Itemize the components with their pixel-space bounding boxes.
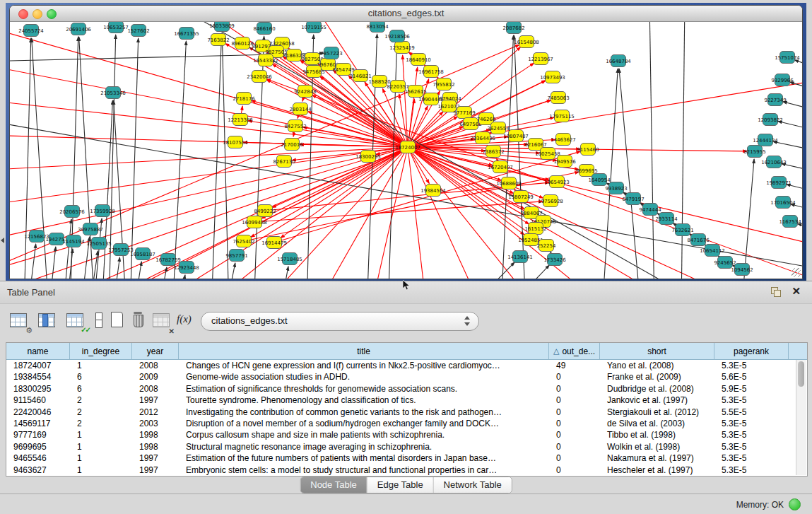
graph-node[interactable]: 16671355 [174, 28, 199, 40]
graph-node[interactable]: 7485063 [547, 92, 569, 104]
column-header-indegree[interactable]: in_degree [70, 343, 132, 359]
table-row[interactable]: 1872400712008Changes of HCN gene express… [6, 360, 807, 371]
graph-node[interactable]: 30975887 [78, 223, 103, 235]
table-row[interactable]: 946362711997Embryonic stem cells: a mode… [6, 465, 807, 476]
table-cell[interactable]: 5.3E-5 [714, 395, 789, 406]
table-cell[interactable]: Stergiakouli et al. (2012) [600, 407, 714, 418]
table-cell[interactable]: 9777169 [6, 429, 70, 440]
graph-node[interactable]: 9329966 [771, 74, 794, 86]
table-cell[interactable]: 9115460 [6, 395, 70, 406]
graph-node[interactable]: 19654923 [544, 176, 570, 188]
table-cell[interactable]: 2 [70, 418, 132, 429]
graph-node[interactable]: 1527602 [127, 25, 149, 37]
graph-node[interactable]: 16033809 [209, 22, 235, 32]
table-cell[interactable]: 0 [549, 429, 600, 440]
graph-node[interactable]: 12213967 [528, 53, 553, 65]
table-cell[interactable]: 6 [70, 371, 132, 382]
table-cell[interactable]: 9699695 [6, 441, 70, 452]
resize-grip-icon[interactable] [792, 268, 801, 277]
table-cell[interactable]: 0 [549, 395, 600, 406]
table-cell[interactable]: 2 [70, 395, 132, 406]
tab-edge-table[interactable]: Edge Table [367, 477, 434, 493]
graph-node[interactable]: 18107554 [223, 136, 248, 148]
graph-node[interactable]: 1167534 [779, 216, 801, 228]
table-cell[interactable]: 2 [70, 407, 132, 418]
column-header-pagerank[interactable]: pagerank [714, 343, 789, 359]
table-cell[interactable]: 5.6E-5 [714, 371, 789, 382]
graph-node[interactable]: 1733426 [543, 254, 566, 266]
table-cell[interactable]: 18724007 [6, 360, 70, 371]
graph-node[interactable]: 2087682 [502, 22, 524, 34]
table-cell[interactable]: 1 [70, 441, 132, 452]
graph-node[interactable]: 16958187 [130, 248, 155, 260]
table-cell[interactable]: 0 [549, 371, 600, 382]
table-cell[interactable]: 1998 [132, 429, 179, 440]
graph-node[interactable]: 16210643 [761, 156, 787, 168]
table-cell[interactable]: Nakamura et al. (1997) [600, 452, 714, 464]
table-row[interactable]: 2242004622012Investigating the contribut… [6, 407, 807, 418]
graph-node[interactable]: 7857223 [320, 47, 342, 59]
graph-node[interactable]: 10719155 [301, 22, 326, 33]
graph-node[interactable]: 16154808 [514, 36, 539, 48]
table-cell[interactable]: 5.3E-5 [714, 465, 789, 476]
table-cell[interactable]: Investigating the contribution of common… [179, 407, 549, 418]
table-row[interactable]: 977716911998Corpus callosum shape and si… [6, 429, 807, 440]
network-canvas[interactable]: 1872400718300295193845547163822896012889… [10, 22, 802, 279]
table-cell[interactable]: 2012 [132, 407, 179, 418]
table-cell[interactable]: 5.3E-5 [714, 441, 789, 452]
graph-node[interactable]: 12444134 [753, 134, 778, 146]
table-row[interactable]: 1830029562008Estimation of significance … [6, 383, 807, 395]
table-row[interactable]: 1938455462009Genome-wide association stu… [6, 371, 807, 382]
table-row[interactable]: 969969511998Structural magnetic resonanc… [6, 441, 807, 452]
table-cell[interactable]: 18300295 [6, 383, 70, 395]
table-cell[interactable]: Wolkin et al. (1998) [600, 441, 714, 452]
column-header-name[interactable]: name [6, 343, 70, 359]
table-cell[interactable]: 49 [549, 360, 600, 371]
panel-collapse-arrow-icon[interactable] [1, 238, 4, 243]
graph-node[interactable]: 17975115 [549, 110, 575, 122]
table-cell[interactable]: Estimation of significance thresholds fo… [179, 383, 549, 395]
table-cell[interactable]: 0 [549, 418, 600, 429]
table-cell[interactable]: 22420046 [6, 407, 70, 418]
table-row[interactable]: 946554611997Estimation of the future num… [6, 452, 807, 464]
graph-node[interactable]: 8813054 [366, 22, 389, 33]
graph-node[interactable]: 14136141 [507, 251, 533, 263]
graph-node[interactable]: 16961758 [418, 66, 444, 78]
table-cell[interactable]: 1 [70, 465, 132, 476]
table-cell[interactable]: 1 [70, 452, 132, 464]
table-row[interactable]: 911546021997Tourette syndrome. Phenomeno… [6, 395, 807, 406]
column-header-year[interactable]: year [132, 343, 179, 359]
table-cell[interactable]: 14569117 [6, 418, 70, 429]
table-cell[interactable]: 2008 [132, 383, 179, 395]
table-cell[interactable]: 0 [549, 441, 600, 452]
table-cell[interactable]: de Silva et al. (2003) [600, 418, 714, 429]
float-panel-icon[interactable] [771, 287, 781, 297]
table-cell[interactable]: Tibbo et al. (1998) [600, 429, 714, 440]
table-cell[interactable]: 5.5E-5 [714, 407, 789, 418]
graph-node[interactable]: 10807487 [503, 130, 529, 142]
graph-node[interactable]: 8471676 [687, 234, 710, 246]
graph-node[interactable]: 8466160 [253, 23, 275, 35]
graph-node[interactable]: 12093822 [758, 114, 783, 126]
tab-node-table[interactable]: Node Table [300, 477, 367, 493]
graph-node[interactable]: 19218506 [384, 30, 410, 42]
column-header-outde[interactable]: △out_de... [549, 343, 600, 359]
graph-node[interactable]: 19384554 [420, 185, 446, 197]
table-cell[interactable]: 5.9E-5 [714, 383, 789, 395]
table-cell[interactable]: Disruption of a novel member of a sodium… [179, 418, 549, 429]
table-cell[interactable]: 5.3E-5 [714, 452, 789, 464]
table-cell[interactable]: 1 [70, 360, 132, 371]
table-cell[interactable]: 2009 [132, 371, 179, 382]
table-cell[interactable]: 1 [70, 429, 132, 440]
graph-node[interactable]: 15751074 [775, 52, 800, 64]
graph-node[interactable]: 1949576 [553, 156, 576, 168]
graph-node[interactable]: 10653257 [103, 22, 129, 33]
table-cell[interactable]: 9465546 [6, 452, 70, 464]
graph-node[interactable]: 16648784 [606, 55, 631, 67]
table-cell[interactable]: Yano et al. (2008) [600, 360, 714, 371]
table-scrollbar[interactable] [796, 360, 806, 475]
graph-node[interactable]: 252254 [537, 240, 556, 252]
delete-table-button[interactable]: ✕ [151, 310, 172, 332]
column-header-short[interactable]: short [600, 343, 714, 359]
delete-column-button[interactable] [129, 310, 150, 332]
